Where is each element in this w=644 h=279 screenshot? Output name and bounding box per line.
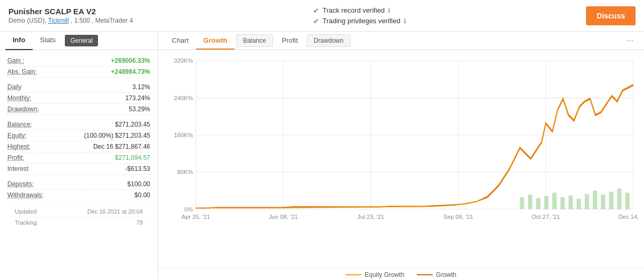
tracking-row: Tracking 79 <box>7 217 150 228</box>
chart-tab-profit[interactable]: Profit <box>275 32 305 50</box>
main-content: Info Stats General Gain : +269006.33% Ab… <box>0 32 644 279</box>
verification-section: ✔ Track record verified ℹ ✔ Trading priv… <box>313 6 406 25</box>
equity-value: (100.00%) $271,203.45 <box>84 132 150 139</box>
growth-line-legend <box>417 274 433 275</box>
info-icon-2[interactable]: ℹ <box>404 17 406 25</box>
chart-tab-balance[interactable]: Balance <box>236 34 272 47</box>
monthly-row: Monthly: 173.24% <box>7 93 150 104</box>
svg-rect-27 <box>560 197 564 209</box>
profit-label[interactable]: Profit: <box>7 154 24 161</box>
svg-rect-35 <box>625 193 629 209</box>
abs-gain-row: Abs. Gain: +248984.73% <box>7 66 150 78</box>
monthly-label[interactable]: Monthly: <box>7 94 31 102</box>
highest-date: Dec 16 <box>93 143 113 150</box>
header-left: Punisher SCALP EA V2 Demo (USD), Tickmil… <box>8 7 133 24</box>
highest-label[interactable]: Highest: <box>7 143 31 150</box>
left-tabs: Info Stats General <box>0 32 158 50</box>
equity-growth-line-legend <box>346 274 362 275</box>
svg-text:160K%: 160K% <box>174 132 193 138</box>
legend-growth: Growth <box>417 271 456 278</box>
equity-pct: (100.00%) <box>84 132 113 139</box>
right-panel: Chart Growth Balance Profit Drawdown ··· <box>158 32 644 279</box>
gain-row: Gain : +269006.33% <box>7 55 150 66</box>
highest-value: Dec 16 $271,867.46 <box>93 143 150 150</box>
bar-chart <box>520 188 630 209</box>
tracking-value: 79 <box>136 219 143 226</box>
more-options-button[interactable]: ··· <box>622 32 638 50</box>
interest-value: -$613.53 <box>125 165 150 172</box>
svg-rect-31 <box>593 190 597 209</box>
legend-equity-label: Equity Growth <box>365 271 404 278</box>
deposits-label[interactable]: Deposits: <box>7 180 34 188</box>
track-record-verified: ✔ Track record verified ℹ <box>313 6 406 15</box>
highest-row: Highest: Dec 16 $271,867.46 <box>7 141 150 152</box>
svg-rect-22 <box>520 197 524 209</box>
track-record-text: Track record verified <box>323 6 385 14</box>
equity-row: Equity: (100.00%) $271,203.45 <box>7 130 150 141</box>
check-icon-2: ✔ <box>313 17 319 25</box>
daily-value: 3.12% <box>132 83 150 91</box>
deposits-row: Deposits: $100.00 <box>7 179 150 190</box>
header: Punisher SCALP EA V2 Demo (USD), Tickmil… <box>0 0 644 32</box>
svg-text:Apr 25, '21: Apr 25, '21 <box>181 214 210 220</box>
svg-text:Dec 14, '21: Dec 14, '21 <box>618 214 639 220</box>
svg-rect-34 <box>617 188 621 209</box>
legend-equity-growth: Equity Growth <box>346 271 404 278</box>
balance-value: $271,203.45 <box>115 121 150 128</box>
daily-row: Daily 3.12% <box>7 82 150 93</box>
chart-legend: Equity Growth Growth <box>158 267 644 280</box>
svg-rect-33 <box>609 191 613 209</box>
drawdown-value: 53.29% <box>129 105 150 113</box>
deposits-value: $100.00 <box>128 180 150 188</box>
svg-text:0%: 0% <box>184 206 193 213</box>
balance-row: Balance: $271,203.45 <box>7 119 150 130</box>
leverage-label: 1:500 <box>74 17 90 24</box>
gain-label[interactable]: Gain : <box>7 57 24 64</box>
withdrawals-value: $0.00 <box>134 191 150 199</box>
svg-rect-25 <box>544 196 549 209</box>
interest-label: Interest <box>7 165 28 172</box>
chart-area: 320K% 240K% 160K% 80K% 0% Apr 25, '21 Ju… <box>158 50 644 267</box>
interest-row: Interest -$613.53 <box>7 163 150 175</box>
equity-label[interactable]: Equity: <box>7 132 27 139</box>
tab-stats[interactable]: Stats <box>33 32 63 50</box>
tab-general[interactable]: General <box>65 35 98 46</box>
discuss-button[interactable]: Discuss <box>586 6 636 25</box>
highest-amount: $271,867.46 <box>115 143 150 150</box>
svg-text:320K%: 320K% <box>174 57 193 64</box>
drawdown-label[interactable]: Drawdown: <box>7 105 39 113</box>
svg-rect-24 <box>536 198 540 209</box>
demo-label: Demo (USD) <box>8 17 45 24</box>
updated-value: Dec 16 2021 at 20:04 <box>87 208 143 215</box>
svg-text:240K%: 240K% <box>174 95 193 101</box>
equity-amount: $271,203.45 <box>115 132 150 139</box>
left-panel: Info Stats General Gain : +269006.33% Ab… <box>0 32 158 279</box>
chart-tab-growth[interactable]: Growth <box>196 32 235 50</box>
info-icon-1[interactable]: ℹ <box>388 7 391 14</box>
withdrawals-row: Withdrawals: $0.00 <box>7 190 150 200</box>
gain-value: +269006.33% <box>111 57 150 64</box>
profit-row: Profit: $271,094.57 <box>7 152 150 163</box>
svg-text:Oct 27, '21: Oct 27, '21 <box>532 214 560 220</box>
svg-rect-32 <box>601 195 605 209</box>
profit-value: $271,094.57 <box>115 154 150 161</box>
tab-info[interactable]: Info <box>5 32 33 50</box>
trading-privileges-text: Trading privileges verified <box>323 17 401 25</box>
updated-label: Updated <box>15 208 37 215</box>
abs-gain-label[interactable]: Abs. Gain: <box>7 68 37 75</box>
abs-gain-value: +248984.73% <box>111 68 150 75</box>
svg-text:80K%: 80K% <box>177 169 193 175</box>
drawdown-row: Drawdown: 53.29% <box>7 104 150 115</box>
svg-text:Jul 23, '21: Jul 23, '21 <box>357 214 384 220</box>
growth-line <box>196 85 633 208</box>
withdrawals-label[interactable]: Withdrawals: <box>7 191 44 199</box>
svg-rect-23 <box>528 195 532 209</box>
chart-tab-drawdown[interactable]: Drawdown <box>307 34 350 47</box>
balance-label[interactable]: Balance: <box>7 121 32 128</box>
trading-privileges-verified: ✔ Trading privileges verified ℹ <box>313 17 406 25</box>
legend-growth-label: Growth <box>436 271 456 278</box>
stats-content: Gain : +269006.33% Abs. Gain: +248984.73… <box>0 50 158 206</box>
daily-label[interactable]: Daily <box>7 83 22 91</box>
chart-tab-chart[interactable]: Chart <box>164 32 196 50</box>
broker-link[interactable]: Tickmill <box>48 17 69 24</box>
